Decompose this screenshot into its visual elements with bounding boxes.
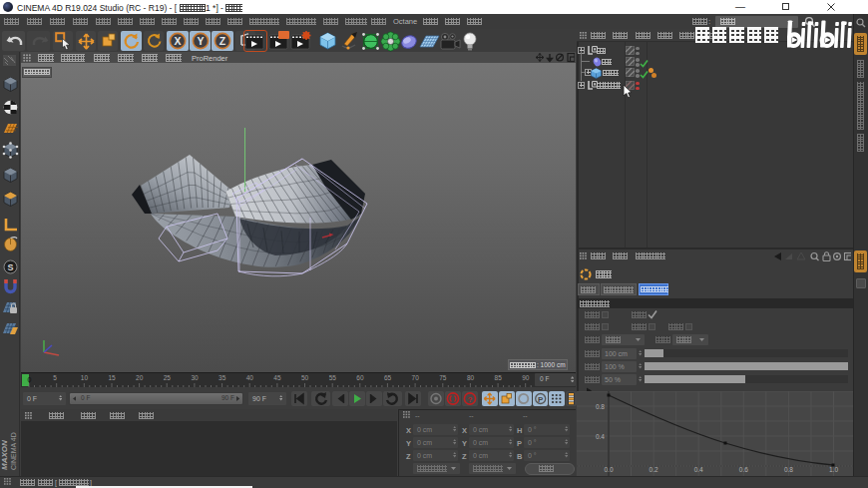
- svg-text:P: P: [538, 394, 544, 403]
- svg-text:0.4: 0.4: [596, 433, 605, 440]
- svg-text:0.8: 0.8: [784, 466, 793, 473]
- svg-text:?: ?: [468, 394, 473, 403]
- svg-text:S: S: [7, 262, 13, 272]
- svg-text:X: X: [174, 34, 181, 46]
- svg-text:0.8: 0.8: [596, 403, 605, 410]
- svg-text:0.4: 0.4: [694, 466, 703, 473]
- svg-text:1.0: 1.0: [829, 466, 838, 473]
- svg-text:Y: Y: [197, 34, 204, 46]
- svg-text:0.0: 0.0: [604, 466, 613, 473]
- svg-text:0.2: 0.2: [650, 466, 658, 473]
- svg-text:Z: Z: [219, 34, 226, 46]
- svg-text:0.6: 0.6: [739, 466, 748, 473]
